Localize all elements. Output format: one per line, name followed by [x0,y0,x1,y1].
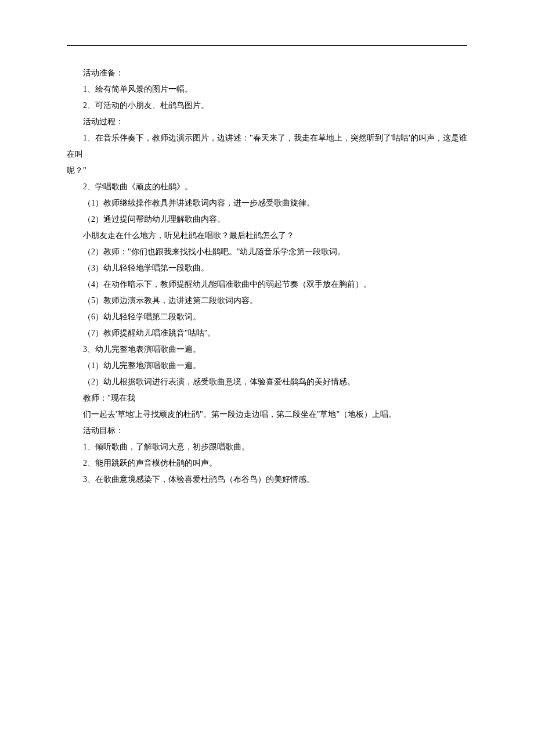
text-line: 3、幼儿完整地表演唱歌曲一遍。 [67,341,467,358]
text-line: 活动目标： [67,423,467,439]
text-line: 呢？" [67,163,467,179]
document-content: 活动准备： 1、绘有简单风景的图片一幅。 2、可活动的小朋友、杜鹃鸟图片。 活动… [67,65,467,488]
text-line: 们一起去'草地'上寻找顽皮的杜鹃"。第一段边走边唱，第二段坐在"草地"（地板）上… [67,406,467,423]
text-line: 1、在音乐伴奏下，教师边演示图片，边讲述："春天来了，我走在草地上，突然听到了'… [67,130,467,163]
text-line: （1）教师继续操作教具并讲述歌词内容，进一步感受歌曲旋律。 [67,195,467,211]
text-line: 小朋友走在什么地方，听见杜鹃在唱歌？最后杜鹃怎么了？ [67,228,467,244]
text-line: 2、可活动的小朋友、杜鹃鸟图片。 [67,98,467,114]
text-line: （3）幼儿轻轻地学唱第一段歌曲。 [67,260,467,276]
text-line: （2）通过提问帮助幼儿理解歌曲内容。 [67,211,467,228]
text-line: （5）教师边演示教具，边讲述第二段歌词内容。 [67,293,467,309]
text-line: 活动过程： [67,114,467,130]
text-line: （4）在动作暗示下，教师提醒幼儿能唱准歌曲中的弱起节奏（双手放在胸前）。 [67,276,467,293]
text-line: 教师："现在我 [67,390,467,406]
text-line: （2）幼儿根据歌词进行表演，感受歌曲意境，体验喜爱杜鹃鸟的美好情感。 [67,374,467,390]
text-line: （7）教师提醒幼儿唱准跳音"咕咕"。 [67,325,467,341]
text-line: （1）幼儿完整地演唱歌曲一遍。 [67,358,467,374]
text-line: 1、倾听歌曲，了解歌词大意，初步跟唱歌曲。 [67,439,467,455]
horizontal-divider [67,45,467,46]
text-line: （2）教师："你们也跟我来找找小杜鹃吧。"幼儿随音乐学念第一段歌词。 [67,244,467,260]
text-line: 2、能用跳跃的声音模仿杜鹃的叫声。 [67,455,467,471]
text-line: 活动准备： [67,65,467,81]
text-line: 2、学唱歌曲《顽皮的杜鹃》。 [67,179,467,195]
text-line: （6）幼儿轻轻学唱第二段歌词。 [67,309,467,325]
text-line: 1、绘有简单风景的图片一幅。 [67,81,467,98]
text-line: 3、在歌曲意境感染下，体验喜爱杜鹃鸟（布谷鸟）的美好情感。 [67,471,467,488]
